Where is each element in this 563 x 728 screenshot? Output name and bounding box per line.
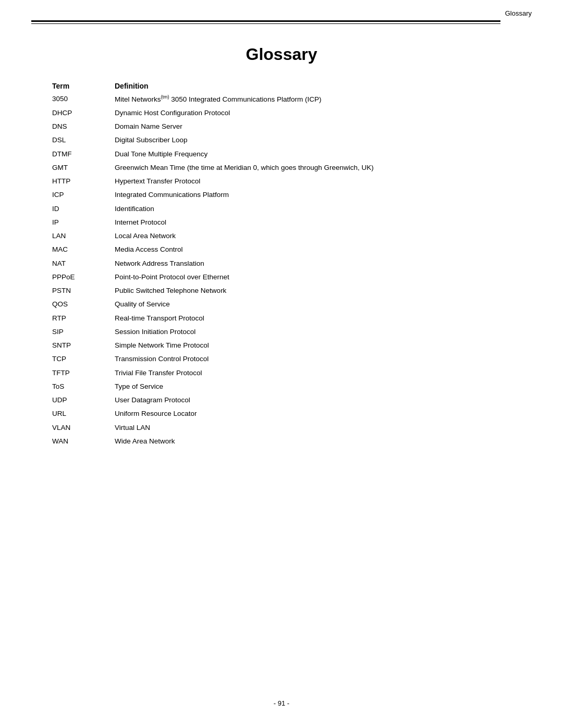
table-row: GMTGreenwich Mean Time (the time at Meri… <box>52 161 511 175</box>
table-row: DTMFDual Tone Multiple Frequency <box>52 147 511 161</box>
table-row: QOSQuality of Service <box>52 298 511 311</box>
term-cell: PSTN <box>52 284 115 298</box>
definition-cell: Virtual LAN <box>115 421 511 435</box>
term-cell: DTMF <box>52 147 115 161</box>
table-row: UDPUser Datagram Protocol <box>52 393 511 407</box>
definition-cell: Quality of Service <box>115 298 511 311</box>
term-cell: ICP <box>52 188 115 202</box>
definition-cell: Type of Service <box>115 380 511 393</box>
term-cell: ID <box>52 202 115 216</box>
header-title: Glossary <box>0 9 532 20</box>
definition-cell: Hypertext Transfer Protocol <box>115 175 511 188</box>
definition-cell: Public Switched Telephone Network <box>115 284 511 298</box>
definition-cell: Transmission Control Protocol <box>115 352 511 366</box>
table-row: PSTNPublic Switched Telephone Network <box>52 284 511 298</box>
definition-cell: Integrated Communications Platform <box>115 188 511 202</box>
table-row: ToSType of Service <box>52 380 511 393</box>
main-content: Glossary Term Definition 3050Mitel Netwo… <box>0 24 563 479</box>
definition-cell: Network Address Translation <box>115 257 511 270</box>
table-row: URLUniform Resource Locator <box>52 407 511 421</box>
table-row: MACMedia Access Control <box>52 243 511 256</box>
term-cell: IP <box>52 216 115 229</box>
definition-cell: Mitel Networks(tm) 3050 Integrated Commu… <box>115 92 511 106</box>
table-row: WANWide Area Network <box>52 435 511 448</box>
table-row: SNTPSimple Network Time Protocol <box>52 339 511 352</box>
footer: - 91 - <box>0 699 563 707</box>
term-cell: DHCP <box>52 106 115 120</box>
page-title: Glossary <box>52 45 511 64</box>
term-cell: TFTP <box>52 366 115 380</box>
definition-cell: User Datagram Protocol <box>115 393 511 407</box>
term-cell: UDP <box>52 393 115 407</box>
definition-cell: Wide Area Network <box>115 435 511 448</box>
term-cell: TCP <box>52 352 115 366</box>
term-cell: NAT <box>52 257 115 270</box>
term-cell: ToS <box>52 380 115 393</box>
definition-cell: Digital Subscriber Loop <box>115 133 511 147</box>
header-section: Glossary <box>0 0 563 24</box>
table-row: HTTPHypertext Transfer Protocol <box>52 175 511 188</box>
definition-cell: Dynamic Host Configuration Protocol <box>115 106 511 120</box>
table-row: DNSDomain Name Server <box>52 120 511 133</box>
definition-cell: Domain Name Server <box>115 120 511 133</box>
definition-cell: Internet Protocol <box>115 216 511 229</box>
table-row: VLANVirtual LAN <box>52 421 511 435</box>
definition-cell: Uniform Resource Locator <box>115 407 511 421</box>
term-cell: URL <box>52 407 115 421</box>
table-row: 3050Mitel Networks(tm) 3050 Integrated C… <box>52 92 511 106</box>
page-container: Glossary Glossary Term Definition 3050Mi… <box>0 0 563 728</box>
definition-cell: Greenwich Mean Time (the time at Meridia… <box>115 161 511 175</box>
table-row: IDIdentification <box>52 202 511 216</box>
table-row: IPInternet Protocol <box>52 216 511 229</box>
table-row: TCPTransmission Control Protocol <box>52 352 511 366</box>
column-header-term: Term <box>52 80 115 92</box>
term-cell: RTP <box>52 312 115 325</box>
header-line-thin <box>31 23 500 24</box>
table-row: PPPoEPoint-to-Point Protocol over Ethern… <box>52 270 511 284</box>
term-cell: HTTP <box>52 175 115 188</box>
table-row: DSLDigital Subscriber Loop <box>52 133 511 147</box>
definition-cell: Media Access Control <box>115 243 511 256</box>
table-row: TFTPTrivial File Transfer Protocol <box>52 366 511 380</box>
table-row: RTPReal-time Transport Protocol <box>52 312 511 325</box>
definition-cell: Session Initiation Protocol <box>115 325 511 339</box>
definition-cell: Local Area Network <box>115 229 511 243</box>
term-cell: LAN <box>52 229 115 243</box>
definition-cell: Point-to-Point Protocol over Ethernet <box>115 270 511 284</box>
term-cell: MAC <box>52 243 115 256</box>
table-row: LANLocal Area Network <box>52 229 511 243</box>
column-header-definition: Definition <box>115 80 511 92</box>
page-number: - 91 - <box>274 699 289 707</box>
term-cell: DSL <box>52 133 115 147</box>
term-cell: DNS <box>52 120 115 133</box>
term-cell: SNTP <box>52 339 115 352</box>
definition-cell: Real-time Transport Protocol <box>115 312 511 325</box>
term-cell: GMT <box>52 161 115 175</box>
term-cell: SIP <box>52 325 115 339</box>
definition-cell: Dual Tone Multiple Frequency <box>115 147 511 161</box>
table-row: NATNetwork Address Translation <box>52 257 511 270</box>
table-row: SIPSession Initiation Protocol <box>52 325 511 339</box>
term-cell: VLAN <box>52 421 115 435</box>
table-header-row: Term Definition <box>52 80 511 92</box>
definition-cell: Simple Network Time Protocol <box>115 339 511 352</box>
definition-cell: Identification <box>115 202 511 216</box>
header-line-thick <box>31 20 500 22</box>
term-cell: 3050 <box>52 92 115 106</box>
definition-cell: Trivial File Transfer Protocol <box>115 366 511 380</box>
glossary-table: Term Definition 3050Mitel Networks(tm) 3… <box>52 80 511 448</box>
table-row: DHCPDynamic Host Configuration Protocol <box>52 106 511 120</box>
term-cell: WAN <box>52 435 115 448</box>
table-row: ICPIntegrated Communications Platform <box>52 188 511 202</box>
term-cell: PPPoE <box>52 270 115 284</box>
term-cell: QOS <box>52 298 115 311</box>
